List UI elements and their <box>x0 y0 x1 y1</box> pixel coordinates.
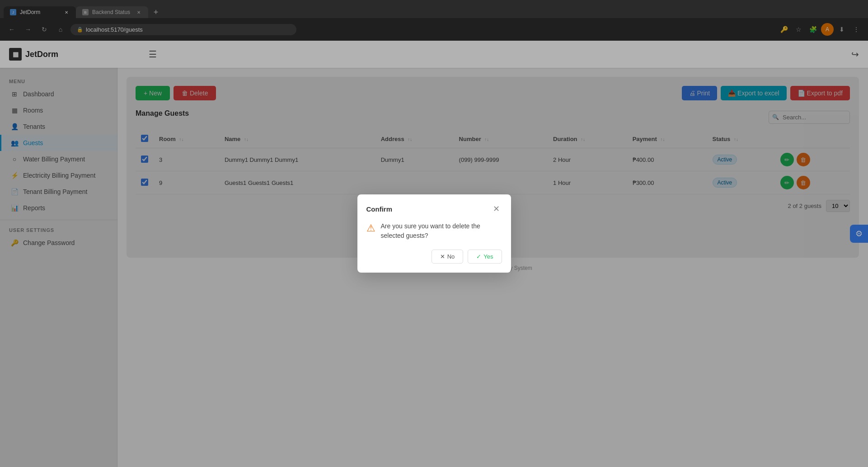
yes-icon: ✓ <box>476 253 481 260</box>
yes-label: Yes <box>483 253 493 260</box>
confirm-modal: Confirm ✕ ⚠ Are you sure you want to del… <box>357 194 511 273</box>
no-button[interactable]: ✕ No <box>432 250 464 264</box>
modal-header: Confirm ✕ <box>366 203 502 214</box>
modal-overlay: Confirm ✕ ⚠ Are you sure you want to del… <box>0 0 868 467</box>
modal-body: ⚠ Are you sure you want to delete the se… <box>366 222 502 241</box>
modal-close-button[interactable]: ✕ <box>491 203 502 214</box>
no-label: No <box>447 253 455 260</box>
warning-icon: ⚠ <box>366 222 375 234</box>
modal-title: Confirm <box>366 205 393 213</box>
yes-button[interactable]: ✓ Yes <box>468 250 502 264</box>
modal-message: Are you sure you want to delete the sele… <box>381 222 502 241</box>
no-icon: ✕ <box>440 253 445 260</box>
modal-footer: ✕ No ✓ Yes <box>366 250 502 264</box>
